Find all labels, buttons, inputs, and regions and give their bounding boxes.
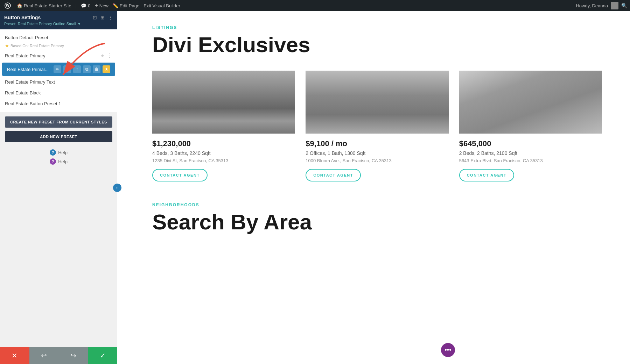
property-card-2: $9,100 / mo 2 Offices, 1 Bath, 1300 Sqft… — [306, 71, 448, 181]
main-layout: Button Settings ⊡ ⊞ ⋮ Preset: Real Estat… — [0, 11, 630, 364]
panel-drag-handle[interactable]: ↔ — [113, 184, 121, 192]
property-img-3 — [459, 71, 602, 134]
preset-list: Button Default Preset ★ Based On: Real E… — [0, 29, 117, 112]
property-address-1: 1235 Divi St, San Fracisco, CA 35313 — [152, 158, 295, 163]
create-preset-button[interactable]: CREATE NEW PRESET FROM CURRENT STYLES — [5, 116, 112, 128]
cancel-button[interactable]: ✕ — [0, 347, 29, 364]
preset-primary-label: Real Estate Primary — [5, 53, 46, 58]
edit-preset-icon[interactable]: ✏ — [54, 65, 61, 73]
preset-default-sub: ★ Based On: Real Estate Primary — [0, 43, 117, 50]
plus-icon: + — [94, 2, 98, 9]
svg-text:W: W — [6, 4, 9, 8]
right-content: LISTINGS Divi Exclusives $1,230,000 4 Be… — [117, 11, 630, 364]
help-link-2[interactable]: ? Help — [50, 158, 68, 165]
panel-title: Button Settings — [4, 15, 41, 20]
property-grid: $1,230,000 4 Beds, 3 Baths, 2240 Sqft 12… — [152, 71, 602, 181]
neighborhoods-section: NEIGHBORHOODS Search By Area — [152, 202, 602, 234]
upload-preset-icon[interactable]: ↑ — [73, 65, 81, 73]
panel-grid-icon[interactable]: ⊞ — [100, 15, 105, 20]
panel-more-icon[interactable]: ⋮ — [108, 15, 113, 20]
site-name[interactable]: 🏠 Real Estate Starter Site — [17, 3, 71, 8]
preset-item-primary[interactable]: Real Estate Primary ★ ⋮ — [0, 50, 117, 62]
help-section: ? Help ? Help — [0, 147, 117, 167]
left-panel: Button Settings ⊡ ⊞ ⋮ Preset: Real Estat… — [0, 11, 117, 364]
preset-name: Real Estate Primary Outline Small — [18, 22, 76, 26]
contact-agent-button-1[interactable]: CONTACT AGENT — [152, 169, 208, 181]
preset-item-outline-active[interactable]: Real Estate Primar... ✏ ⚙ ↑ ⧉ 🗑 ★ — [2, 63, 115, 76]
property-card-1: $1,230,000 4 Beds, 3 Baths, 2240 Sqft 12… — [152, 71, 295, 181]
preset-item-button1[interactable]: Real Estate Button Preset 1 — [0, 98, 117, 109]
preset-outline-label: Real Estate Primar... — [7, 67, 49, 72]
floating-dots-button[interactable]: ••• — [441, 343, 455, 357]
neighborhoods-label: NEIGHBORHOODS — [152, 202, 602, 207]
search-icon[interactable]: 🔍 — [621, 3, 627, 8]
property-price-1: $1,230,000 — [152, 139, 295, 148]
preset-item-text[interactable]: Real Estate Primary Text — [0, 77, 117, 87]
property-details-1: 4 Beds, 3 Baths, 2240 Sqft — [152, 150, 295, 156]
preset-item-black[interactable]: Real Estate Black — [0, 87, 117, 98]
delete-preset-icon[interactable]: 🗑 — [93, 65, 100, 73]
redo-button[interactable]: ↪ — [59, 347, 88, 364]
star-icon: ★ — [5, 43, 9, 48]
preset-buttons: CREATE NEW PRESET FROM CURRENT STYLES AD… — [0, 112, 117, 147]
property-price-3: $645,000 — [459, 139, 602, 148]
bottom-bar: ✕ ↩ ↪ ✓ — [0, 347, 117, 364]
admin-bar-right: Howdy, Deanna 🔍 — [576, 2, 627, 9]
contact-agent-button-2[interactable]: CONTACT AGENT — [306, 169, 361, 181]
listings-section: LISTINGS Divi Exclusives $1,230,000 4 Be… — [152, 25, 602, 181]
building-image-3 — [459, 71, 602, 134]
building-image-1 — [152, 71, 295, 134]
preset-item-default[interactable]: Button Default Preset — [0, 32, 117, 43]
help-icon-purple: ? — [50, 158, 56, 165]
copy-preset-icon[interactable]: ⧉ — [83, 65, 91, 73]
edit-page-link[interactable]: ✏️ Edit Page — [113, 3, 139, 8]
panel-header-icons: ⊡ ⊞ ⋮ — [93, 15, 113, 20]
property-img-1 — [152, 71, 295, 134]
active-preset-toolbar: ✏ ⚙ ↑ ⧉ 🗑 ★ — [54, 65, 110, 73]
property-details-2: 2 Offices, 1 Bath, 1300 Sqft — [306, 150, 448, 156]
building-image-2 — [306, 71, 448, 134]
help-link-1[interactable]: ? Help — [50, 149, 68, 156]
save-button[interactable]: ✓ — [88, 347, 117, 364]
property-price-2: $9,100 / mo — [306, 139, 448, 148]
comment-bubble-icon: 💬 — [81, 3, 86, 8]
admin-bar: W 🏠 Real Estate Starter Site | 💬 0 + New… — [0, 0, 630, 11]
contact-agent-button-3[interactable]: CONTACT AGENT — [459, 169, 514, 181]
add-preset-button[interactable]: ADD NEW PRESET — [5, 131, 112, 142]
panel-preset-row[interactable]: Preset: Real Estate Primary Outline Smal… — [4, 22, 113, 26]
preset-primary-star: ★ — [100, 53, 105, 58]
property-img-2 — [306, 71, 448, 134]
wordpress-icon[interactable]: W — [3, 2, 13, 9]
new-link[interactable]: + New — [94, 2, 108, 9]
avatar[interactable] — [611, 2, 618, 9]
property-card-3: $645,000 2 Beds, 2 Baths, 2100 Sqft 5643… — [459, 71, 602, 181]
panel-expand-icon[interactable]: ⊡ — [93, 15, 97, 20]
pencil-icon: ✏️ — [113, 3, 118, 8]
help-icon-blue: ? — [50, 149, 56, 156]
undo-button[interactable]: ↩ — [29, 347, 59, 364]
comments-link[interactable]: 💬 0 — [81, 3, 90, 8]
preset-primary-dots[interactable]: ⋮ — [107, 52, 112, 59]
preset-button1-label: Real Estate Button Preset 1 — [5, 101, 61, 106]
listings-heading: Divi Exclusives — [152, 33, 602, 57]
howdy-text: Howdy, Deanna — [576, 3, 608, 8]
preset-text-label: Real Estate Primary Text — [5, 79, 55, 85]
preset-label: Preset: — [4, 22, 16, 26]
panel-header: Button Settings ⊡ ⊞ ⋮ Preset: Real Estat… — [0, 11, 117, 29]
property-details-3: 2 Beds, 2 Baths, 2100 Sqft — [459, 150, 602, 156]
settings-preset-icon[interactable]: ⚙ — [63, 65, 71, 73]
preset-default-label: Button Default Preset — [5, 35, 48, 40]
preset-black-label: Real Estate Black — [5, 90, 41, 95]
property-address-3: 5643 Extra Blvd, San Fracisco, CA 35313 — [459, 158, 602, 163]
exit-builder-link[interactable]: Exit Visual Builder — [144, 3, 180, 8]
page-content: LISTINGS Divi Exclusives $1,230,000 4 Be… — [117, 11, 630, 255]
property-address-2: 1000 Bloom Ave., San Fracisco, CA 35313 — [306, 158, 448, 163]
separator: | — [76, 3, 77, 8]
star-preset-icon[interactable]: ★ — [103, 65, 110, 73]
preset-arrow: ▼ — [77, 22, 81, 26]
real-estate-icon: 🏠 — [17, 3, 22, 8]
listings-label: LISTINGS — [152, 25, 602, 30]
neighborhoods-heading: Search By Area — [152, 210, 602, 234]
